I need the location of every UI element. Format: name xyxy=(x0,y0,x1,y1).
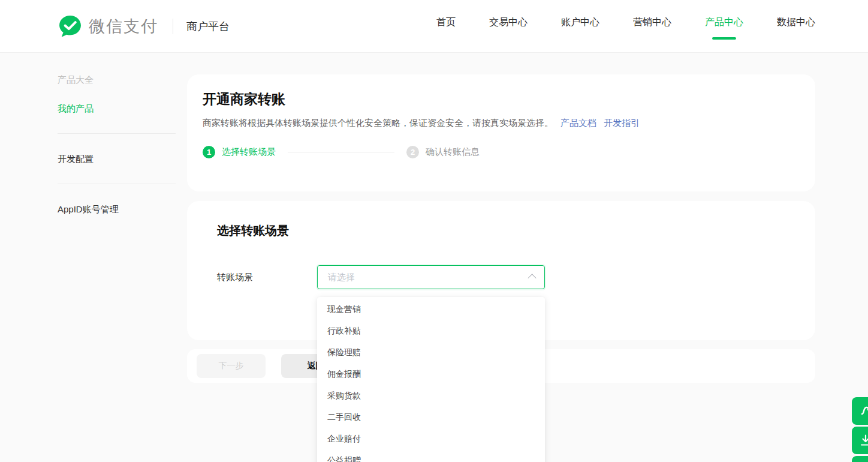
step-connector-line xyxy=(288,152,394,152)
dropdown-option-cash-marketing[interactable]: 现金营销 xyxy=(317,298,545,320)
nav-item-data[interactable]: 数据中心 xyxy=(777,10,815,42)
page-description-text: 商家转账将根据具体转账场景提供个性化安全策略，保证资金安全，请按真实场景选择。 xyxy=(203,118,553,128)
sidebar-item-my-products[interactable]: 我的产品 xyxy=(58,103,94,115)
wechat-pay-logo-icon xyxy=(58,14,83,39)
transfer-scene-label: 转账场景 xyxy=(217,272,317,283)
select-placeholder: 请选择 xyxy=(328,272,355,283)
dropdown-option-enterprise-compensation[interactable]: 企业赔付 xyxy=(317,428,545,449)
brand-portal-label: 商户平台 xyxy=(186,19,230,34)
dropdown-option-clipped[interactable]: 公益捐赠 xyxy=(317,449,545,462)
sidebar-group-products[interactable]: 产品大全 xyxy=(58,74,94,86)
dropdown-option-secondhand-recycle[interactable]: 二手回收 xyxy=(317,406,545,428)
nav-item-products[interactable]: 产品中心 xyxy=(705,10,743,42)
sidebar: 产品大全 我的产品 开发配置 AppID账号管理 xyxy=(0,53,187,462)
sidebar-divider xyxy=(58,184,176,184)
nav-item-home[interactable]: 首页 xyxy=(436,10,456,42)
nav-item-account[interactable]: 账户中心 xyxy=(561,10,599,42)
floating-toolbar xyxy=(852,397,868,462)
dropdown-option-procurement[interactable]: 采购货款 xyxy=(317,385,545,406)
dev-guide-link[interactable]: 开发指引 xyxy=(604,118,640,128)
brand-divider xyxy=(173,19,173,34)
next-step-button[interactable]: 下一步 xyxy=(197,354,266,378)
customer-service-icon xyxy=(859,404,868,418)
step-2-number: 2 xyxy=(406,146,419,158)
brand: 微信支付 商户平台 xyxy=(0,14,230,39)
download-icon xyxy=(859,434,868,447)
step-1: 1 选择转账场景 xyxy=(203,146,276,158)
download-button[interactable] xyxy=(852,427,868,454)
dropdown-option-commission[interactable]: 佣金报酬 xyxy=(317,363,545,385)
page-title: 开通商家转账 xyxy=(203,91,800,108)
chevron-up-icon xyxy=(528,274,537,282)
transfer-scene-select[interactable]: 请选择 xyxy=(317,265,545,289)
product-doc-link[interactable]: 产品文档 xyxy=(560,118,596,128)
section-title: 选择转账场景 xyxy=(217,223,785,239)
step-2-label: 确认转账信息 xyxy=(426,146,480,158)
transfer-scene-dropdown: 现金营销 行政补贴 保险理赔 佣金报酬 采购货款 二手回收 企业赔付 公益捐赠 xyxy=(317,297,545,462)
step-1-number: 1 xyxy=(203,146,215,158)
nav-item-transactions[interactable]: 交易中心 xyxy=(489,10,528,42)
customer-service-button[interactable] xyxy=(852,397,868,425)
intro-card: 开通商家转账 商家转账将根据具体转账场景提供个性化安全策略，保证资金安全，请按真… xyxy=(187,74,815,191)
step-2: 2 确认转账信息 xyxy=(406,146,480,158)
survey-button[interactable] xyxy=(852,456,868,462)
transfer-scene-row: 转账场景 请选择 xyxy=(217,265,785,289)
page-description: 商家转账将根据具体转账场景提供个性化安全策略，保证资金安全，请按真实场景选择。产… xyxy=(203,118,800,129)
dropdown-option-insurance-claim[interactable]: 保险理赔 xyxy=(317,341,545,363)
step-indicator: 1 选择转账场景 2 确认转账信息 xyxy=(203,146,800,158)
sidebar-item-dev-config[interactable]: 开发配置 xyxy=(58,154,94,165)
sidebar-divider xyxy=(58,133,176,134)
top-header: 微信支付 商户平台 首页 交易中心 账户中心 营销中心 产品中心 数据中心 xyxy=(0,0,868,53)
sidebar-item-appid-management[interactable]: AppID账号管理 xyxy=(58,204,119,215)
dropdown-option-admin-subsidy[interactable]: 行政补贴 xyxy=(317,320,545,341)
step-1-label: 选择转账场景 xyxy=(222,146,276,158)
main-nav: 首页 交易中心 账户中心 营销中心 产品中心 数据中心 xyxy=(403,10,868,42)
nav-item-marketing[interactable]: 营销中心 xyxy=(633,10,671,42)
brand-wordmark: 微信支付 xyxy=(89,16,158,37)
